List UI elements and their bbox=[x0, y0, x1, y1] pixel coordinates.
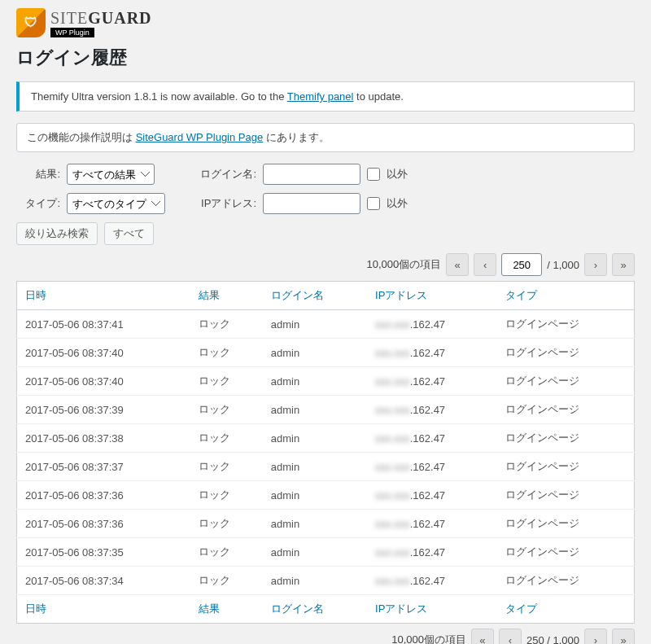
login-history-table: 日時 結果 ログイン名 IPアドレス タイプ 2017-05-06 08:37:… bbox=[16, 281, 635, 624]
siteguard-page-link[interactable]: SiteGuard WP Plugin Page bbox=[136, 131, 264, 143]
brand-sub: WP Plugin bbox=[50, 28, 94, 37]
login-filter-input[interactable] bbox=[263, 164, 360, 185]
table-row: 2017-05-06 08:37:36ロックadminxxx.xxx.162.4… bbox=[17, 510, 635, 538]
cell-type: ログインページ bbox=[497, 510, 634, 538]
cell-datetime: 2017-05-06 08:37:39 bbox=[17, 396, 190, 424]
col-login[interactable]: ログイン名 bbox=[263, 282, 367, 310]
type-filter-label: タイプ: bbox=[16, 196, 60, 211]
cell-datetime: 2017-05-06 08:37:40 bbox=[17, 367, 190, 396]
cell-result: ロック bbox=[190, 310, 263, 339]
cell-datetime: 2017-05-06 08:37:38 bbox=[17, 424, 190, 453]
cell-datetime: 2017-05-06 08:37:35 bbox=[17, 538, 190, 567]
cell-datetime: 2017-05-06 08:37:36 bbox=[17, 510, 190, 538]
login-filter-label: ログイン名: bbox=[198, 167, 256, 182]
filter-search-button[interactable]: 絞り込み検索 bbox=[16, 222, 98, 245]
plugin-logo: 🛡 SITEGUARD WP Plugin bbox=[16, 8, 635, 37]
last-page-button-bottom[interactable]: » bbox=[612, 629, 635, 644]
cell-type: ログインページ bbox=[497, 310, 634, 339]
prev-page-button[interactable]: ‹ bbox=[474, 253, 496, 276]
cell-login: admin bbox=[263, 367, 367, 396]
col-result[interactable]: 結果 bbox=[190, 282, 263, 310]
notice-pre: Themify Ultra version 1.8.1 is now avail… bbox=[31, 90, 287, 103]
foot-login[interactable]: ログイン名 bbox=[263, 595, 367, 624]
page-text-bottom: 250 / 1,000 bbox=[526, 634, 579, 645]
page-number-input[interactable] bbox=[501, 253, 542, 276]
cell-type: ログインページ bbox=[497, 367, 634, 396]
notice-post: to update. bbox=[356, 90, 404, 103]
cell-result: ロック bbox=[190, 567, 263, 595]
table-row: 2017-05-06 08:37:37ロックadminxxx.xxx.162.4… bbox=[17, 453, 635, 481]
ip-filter-label: IPアドレス: bbox=[198, 196, 256, 211]
foot-type[interactable]: タイプ bbox=[497, 595, 634, 624]
cell-type: ログインページ bbox=[497, 396, 634, 424]
filter-all-button[interactable]: すべて bbox=[104, 222, 154, 245]
ip-filter-input[interactable] bbox=[263, 193, 360, 214]
foot-result[interactable]: 結果 bbox=[190, 595, 263, 624]
table-row: 2017-05-06 08:37:36ロックadminxxx.xxx.162.4… bbox=[17, 481, 635, 510]
brand-bold: GUARD bbox=[88, 9, 151, 27]
first-page-button[interactable]: « bbox=[446, 253, 469, 276]
result-filter-label: 結果: bbox=[16, 167, 60, 182]
cell-ip: xxx.xxx.162.47 bbox=[367, 453, 497, 481]
next-page-button-bottom[interactable]: › bbox=[584, 629, 607, 644]
cell-datetime: 2017-05-06 08:37:37 bbox=[17, 453, 190, 481]
cell-result: ロック bbox=[190, 367, 263, 396]
login-except-label: 以外 bbox=[387, 167, 408, 182]
col-ip[interactable]: IPアドレス bbox=[367, 282, 497, 310]
col-datetime[interactable]: 日時 bbox=[17, 282, 190, 310]
brand-light: SITE bbox=[50, 9, 88, 27]
result-filter-select[interactable]: すべての結果 bbox=[67, 164, 155, 185]
foot-datetime[interactable]: 日時 bbox=[17, 595, 190, 624]
cell-result: ロック bbox=[190, 538, 263, 567]
info-post: にあります。 bbox=[266, 131, 330, 143]
cell-type: ログインページ bbox=[497, 424, 634, 453]
cell-result: ロック bbox=[190, 481, 263, 510]
cell-login: admin bbox=[263, 310, 367, 339]
cell-ip: xxx.xxx.162.47 bbox=[367, 396, 497, 424]
cell-ip: xxx.xxx.162.47 bbox=[367, 367, 497, 396]
cell-result: ロック bbox=[190, 424, 263, 453]
first-page-button-bottom[interactable]: « bbox=[471, 629, 494, 644]
prev-page-button-bottom[interactable]: ‹ bbox=[499, 629, 522, 644]
ip-except-label: 以外 bbox=[387, 196, 408, 211]
cell-ip: xxx.xxx.162.47 bbox=[367, 567, 497, 595]
cell-result: ロック bbox=[190, 510, 263, 538]
cell-ip: xxx.xxx.162.47 bbox=[367, 339, 497, 367]
next-page-button[interactable]: › bbox=[584, 253, 607, 276]
cell-type: ログインページ bbox=[497, 481, 634, 510]
cell-login: admin bbox=[263, 453, 367, 481]
foot-ip[interactable]: IPアドレス bbox=[367, 595, 497, 624]
cell-datetime: 2017-05-06 08:37:41 bbox=[17, 310, 190, 339]
total-items-top: 10,000個の項目 bbox=[366, 257, 441, 272]
table-row: 2017-05-06 08:37:34ロックadminxxx.xxx.162.4… bbox=[17, 567, 635, 595]
cell-datetime: 2017-05-06 08:37:34 bbox=[17, 567, 190, 595]
cell-datetime: 2017-05-06 08:37:36 bbox=[17, 481, 190, 510]
table-row: 2017-05-06 08:37:41ロックadminxxx.xxx.162.4… bbox=[17, 310, 635, 339]
cell-type: ログインページ bbox=[497, 339, 634, 367]
cell-login: admin bbox=[263, 396, 367, 424]
shield-icon: 🛡 bbox=[16, 8, 46, 37]
cell-datetime: 2017-05-06 08:37:40 bbox=[17, 339, 190, 367]
cell-ip: xxx.xxx.162.47 bbox=[367, 538, 497, 567]
cell-login: admin bbox=[263, 567, 367, 595]
ip-except-checkbox[interactable] bbox=[367, 197, 380, 210]
cell-ip: xxx.xxx.162.47 bbox=[367, 481, 497, 510]
table-row: 2017-05-06 08:37:40ロックadminxxx.xxx.162.4… bbox=[17, 367, 635, 396]
filter-panel: 結果: すべての結果 タイプ: すべてのタイプ ログイン名: 以外 IPアドレス… bbox=[16, 164, 635, 214]
cell-result: ロック bbox=[190, 339, 263, 367]
login-except-checkbox[interactable] bbox=[367, 168, 380, 181]
table-row: 2017-05-06 08:37:39ロックadminxxx.xxx.162.4… bbox=[17, 396, 635, 424]
cell-login: admin bbox=[263, 339, 367, 367]
tablenav-bottom: 10,000個の項目 « ‹ 250 / 1,000 › » bbox=[16, 629, 635, 644]
total-items-bottom: 10,000個の項目 bbox=[391, 633, 466, 644]
brand-text: SITEGUARD bbox=[50, 9, 152, 28]
themify-panel-link[interactable]: Themify panel bbox=[287, 90, 354, 103]
last-page-button[interactable]: » bbox=[612, 253, 635, 276]
cell-login: admin bbox=[263, 510, 367, 538]
type-filter-select[interactable]: すべてのタイプ bbox=[67, 193, 165, 214]
cell-ip: xxx.xxx.162.47 bbox=[367, 510, 497, 538]
plugin-info-box: この機能の操作説明は SiteGuard WP Plugin Page にありま… bbox=[16, 123, 635, 152]
col-type[interactable]: タイプ bbox=[497, 282, 634, 310]
info-pre: この機能の操作説明は bbox=[27, 131, 136, 143]
total-pages-label: / 1,000 bbox=[547, 259, 579, 271]
